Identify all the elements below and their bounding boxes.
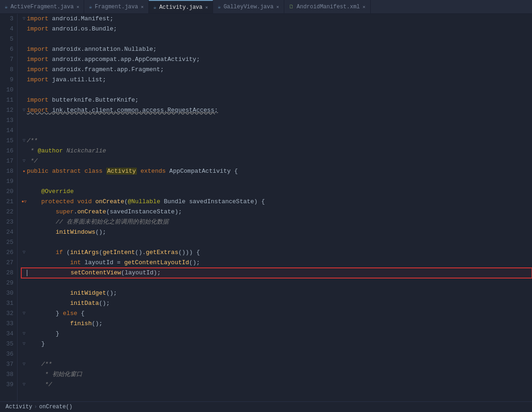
code-line-38: * 初始化窗口 (21, 370, 532, 380)
no-fold (21, 24, 27, 34)
code-line-25 (21, 237, 532, 248)
code-line-18: ● public abstract class Activity extends… (21, 166, 532, 176)
no-fold (21, 319, 27, 329)
fold-icon[interactable]: ▽ (21, 359, 27, 370)
breadcrumb-activity[interactable]: Activity (6, 404, 32, 410)
no-fold (21, 268, 27, 278)
no-fold (21, 207, 27, 217)
code-line-17: ▽ */ (21, 156, 532, 166)
no-fold (21, 146, 27, 156)
code-line-37: ▽ /** (21, 359, 532, 370)
java-icon: ☕ (153, 4, 157, 10)
code-line-39: ▽ */ (21, 380, 532, 390)
code-line-8: import androidx.fragment.app.Fragment; (21, 65, 532, 75)
fold-icon[interactable]: ▽ (21, 105, 27, 115)
no-fold (21, 95, 27, 105)
no-fold (21, 217, 27, 227)
tab-label: Activity.java (159, 4, 202, 11)
code-area: 3 4 5 6 7 8 9 10 11 12 13 14 15 16 17 18… (0, 14, 532, 401)
code-line-16: * @author Nickcharlie (21, 146, 532, 156)
fold-icon[interactable]: ▽ (21, 339, 27, 349)
no-fold (21, 75, 27, 85)
xml-icon: 🗋 (289, 4, 294, 10)
tab-close[interactable]: ✕ (276, 4, 279, 10)
no-fold (21, 349, 27, 359)
code-line-13 (21, 115, 532, 126)
code-line-9: import java.util.List; (21, 75, 532, 85)
tab-close[interactable]: ✕ (141, 4, 144, 10)
breadcrumb-separator: › (34, 404, 37, 410)
line-numbers: 3 4 5 6 7 8 9 10 11 12 13 14 15 16 17 18… (0, 14, 18, 401)
no-fold (21, 55, 27, 65)
code-line-28[interactable]: setContentView(layoutId); (21, 268, 532, 278)
fold-icon[interactable]: ▽ (21, 136, 27, 146)
code-line-4: import android.os.Bundle; (21, 24, 532, 34)
fold-icon[interactable]: ▽ (21, 309, 27, 319)
code-line-19 (21, 176, 532, 187)
code-line-10 (21, 85, 532, 95)
tab-label: AndroidManifest.xml (297, 4, 360, 10)
tab-close[interactable]: ✕ (205, 5, 208, 10)
code-line-12: ▽ import ink.techat.client.common.access… (21, 105, 532, 115)
tab-label: GalleyView.java (224, 4, 274, 10)
code-line-11: import butterknife.ButterKnife; (21, 95, 532, 105)
code-line-3: ▽ import android.Manifest; (21, 14, 532, 24)
no-fold (21, 258, 27, 268)
no-fold (21, 126, 27, 136)
fold-icon[interactable]: ▽ (21, 329, 27, 339)
code-line-7: import androidx.appcompat.app.AppCompatA… (21, 55, 532, 65)
code-line-36 (21, 349, 532, 359)
no-fold (21, 370, 27, 380)
fold-icon[interactable]: ▽ (21, 14, 27, 24)
no-fold (21, 34, 27, 44)
tab-galley-view[interactable]: ☕ GalleyView.java ✕ (213, 0, 284, 13)
no-fold (21, 278, 27, 288)
java-icon: ☕ (218, 4, 221, 10)
code-line-24: initWindows(); (21, 227, 532, 237)
code-line-15: ▽ /** (21, 136, 532, 146)
code-line-5 (21, 34, 532, 44)
code-line-30: initWidget(); (21, 288, 532, 298)
no-fold (21, 288, 27, 298)
fold-icon[interactable]: ▽ (21, 380, 27, 390)
no-fold (21, 227, 27, 237)
no-fold (21, 176, 27, 187)
tab-close[interactable]: ✕ (76, 4, 79, 10)
fold-icon[interactable]: ▽ (21, 248, 27, 258)
tab-fragment[interactable]: ☕ Fragment.java ✕ (84, 0, 148, 13)
breadcrumb-oncreate[interactable]: onCreate() (39, 404, 73, 410)
tab-close[interactable]: ✕ (363, 4, 366, 10)
code-line-26: ▽ if (initArgs(getIntent().getExtras()))… (21, 248, 532, 258)
no-fold (21, 44, 27, 55)
no-fold (21, 237, 27, 248)
tab-activity[interactable]: ☕ Activity.java ✕ (149, 0, 213, 13)
code-line-22: super.onCreate(savedInstanceState); (21, 207, 532, 217)
code-content[interactable]: ▽ import android.Manifest; import androi… (18, 14, 532, 401)
java-icon: ☕ (5, 4, 8, 10)
code-line-29 (21, 278, 532, 288)
code-line-32: ▽ } else { (21, 309, 532, 319)
code-line-6: import androidx.annotation.Nullable; (21, 44, 532, 55)
dot-fold: ● (21, 166, 27, 176)
fold-icon[interactable]: ▽ (21, 156, 27, 166)
tab-bar: ☕ ActiveFragment.java ✕ ☕ Fragment.java … (0, 0, 532, 14)
tab-active-fragment[interactable]: ☕ ActiveFragment.java ✕ (0, 0, 84, 13)
tab-label: ActiveFragment.java (11, 4, 74, 10)
no-fold (21, 65, 27, 75)
code-line-35: ▽ } (21, 339, 532, 349)
no-fold (21, 85, 27, 95)
dot-fold: ●▽ (21, 197, 27, 207)
breadcrumb: Activity › onCreate() (0, 401, 532, 412)
no-fold (21, 187, 27, 197)
no-fold (21, 115, 27, 126)
java-icon: ☕ (89, 4, 92, 10)
code-line-33: finish(); (21, 319, 532, 329)
code-line-34: ▽ } (21, 329, 532, 339)
code-line-20: @Override (21, 187, 532, 197)
code-line-14 (21, 126, 532, 136)
code-line-21: ●▽ protected void onCreate(@Nullable Bun… (21, 197, 532, 207)
code-line-31: initData(); (21, 298, 532, 309)
no-fold (21, 298, 27, 309)
tab-android-manifest[interactable]: 🗋 AndroidManifest.xml ✕ (284, 0, 371, 13)
code-line-27: int layoutId = getContentLayoutId(); (21, 258, 532, 268)
